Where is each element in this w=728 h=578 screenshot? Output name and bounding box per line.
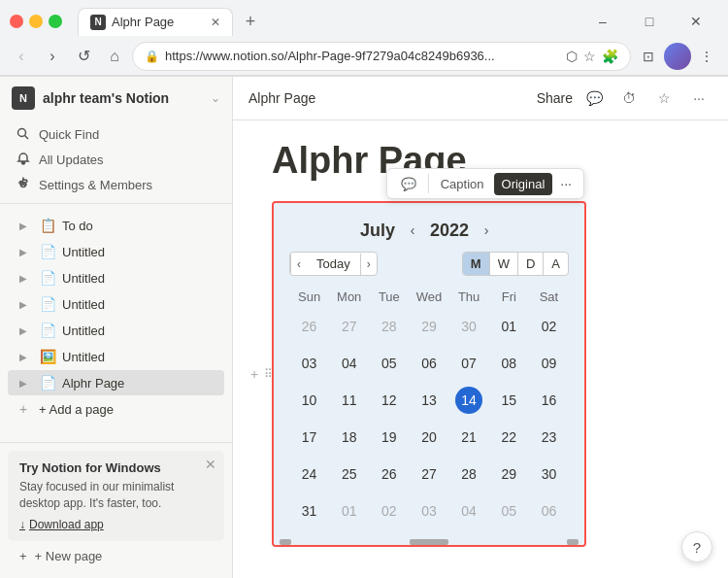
comment-header-icon[interactable]: 💬 bbox=[580, 85, 608, 112]
table-row[interactable]: 17 bbox=[289, 419, 329, 456]
table-row[interactable]: 27 bbox=[409, 456, 448, 493]
table-row[interactable]: 01 bbox=[489, 308, 529, 345]
sidebar-item-todo[interactable]: ▶ 📋 To do bbox=[8, 213, 224, 238]
back-btn[interactable]: ‹ bbox=[8, 43, 35, 70]
table-row[interactable]: 15 bbox=[489, 382, 529, 419]
table-row[interactable]: 10 bbox=[289, 382, 329, 419]
table-row[interactable]: 20 bbox=[409, 419, 448, 456]
table-row[interactable]: 02 bbox=[369, 493, 409, 529]
promo-close-btn[interactable]: ✕ bbox=[205, 457, 216, 472]
settings-btn[interactable]: Settings & Members bbox=[8, 172, 224, 197]
cal-original-btn[interactable]: Original bbox=[494, 173, 553, 195]
sidebar-item-untitled1[interactable]: ▶ 📄 Untitled bbox=[8, 239, 224, 264]
window-maximize-btn[interactable]: □ bbox=[627, 6, 672, 37]
new-tab-btn[interactable]: + bbox=[237, 9, 264, 36]
table-row[interactable]: 26 bbox=[289, 308, 329, 345]
cal-view-day-btn[interactable]: D bbox=[518, 253, 544, 275]
address-bar[interactable]: 🔒 https://www.notion.so/Alphr-Page-9f727… bbox=[132, 42, 631, 71]
table-row[interactable]: 28 bbox=[369, 308, 409, 345]
untitled3-icon: 📄 bbox=[39, 296, 56, 312]
table-row[interactable]: 22 bbox=[489, 419, 529, 456]
history-icon[interactable]: ⏱ bbox=[615, 85, 643, 112]
table-row[interactable]: 06 bbox=[409, 345, 448, 382]
reload-btn[interactable]: ↺ bbox=[70, 43, 97, 70]
table-row[interactable]: 28 bbox=[449, 456, 489, 493]
table-row[interactable]: 29 bbox=[409, 308, 448, 345]
star-icon[interactable]: ☆ bbox=[650, 85, 678, 112]
help-btn[interactable]: ? bbox=[681, 531, 712, 562]
table-row[interactable]: 07 bbox=[449, 345, 489, 382]
table-row[interactable]: 29 bbox=[489, 456, 529, 493]
home-btn[interactable]: ⌂ bbox=[101, 43, 128, 70]
table-row[interactable]: 12 bbox=[369, 382, 409, 419]
sidebar-item-alphr[interactable]: ▶ 📄 Alphr Page bbox=[8, 370, 224, 395]
table-row[interactable]: 01 bbox=[329, 493, 369, 529]
browser-tab[interactable]: N Alphr Page ✕ bbox=[78, 8, 233, 36]
table-row[interactable]: 02 bbox=[529, 308, 569, 345]
table-row[interactable]: 14 bbox=[449, 382, 489, 419]
table-row[interactable]: 03 bbox=[409, 493, 448, 529]
forward-btn[interactable]: › bbox=[39, 43, 66, 70]
resize-handle-center[interactable] bbox=[410, 539, 448, 545]
promo-download-link[interactable]: ↓ Download app bbox=[19, 518, 213, 531]
table-row[interactable]: 06 bbox=[529, 493, 569, 529]
sidebar-item-add-page[interactable]: + + Add a page bbox=[8, 396, 224, 422]
table-row[interactable]: 30 bbox=[529, 456, 569, 493]
sidebar-item-untitled2[interactable]: ▶ 📄 Untitled bbox=[8, 265, 224, 290]
cal-year-wrapper: 2022 bbox=[430, 221, 469, 241]
minimize-window-btn[interactable] bbox=[29, 15, 43, 28]
sidebar-item-untitled5[interactable]: ▶ 🖼️ Untitled bbox=[8, 344, 224, 369]
table-row[interactable]: 23 bbox=[529, 419, 569, 456]
cal-next-btn[interactable]: › bbox=[360, 254, 377, 275]
new-page-btn[interactable]: + + New page bbox=[8, 541, 224, 571]
cal-view-agenda-btn[interactable]: A bbox=[544, 253, 568, 275]
tab-close-btn[interactable]: ✕ bbox=[211, 16, 220, 29]
table-row[interactable]: 30 bbox=[449, 308, 489, 345]
cal-view-week-btn[interactable]: W bbox=[490, 253, 518, 275]
table-row[interactable]: 19 bbox=[369, 419, 409, 456]
cal-prev-btn[interactable]: ‹ bbox=[290, 254, 307, 275]
table-row[interactable]: 04 bbox=[449, 493, 489, 529]
sidebar-item-untitled3[interactable]: ▶ 📄 Untitled bbox=[8, 291, 224, 317]
maximize-window-btn[interactable] bbox=[49, 15, 62, 28]
table-row[interactable]: 31 bbox=[289, 493, 329, 529]
table-row[interactable]: 09 bbox=[529, 345, 569, 382]
close-window-btn[interactable] bbox=[10, 15, 23, 28]
table-row[interactable]: 26 bbox=[369, 456, 409, 493]
cast-btn[interactable]: ⊡ bbox=[635, 43, 662, 70]
window-minimize-btn[interactable]: – bbox=[580, 6, 625, 37]
table-row[interactable]: 11 bbox=[329, 382, 369, 419]
table-row[interactable]: 27 bbox=[329, 308, 369, 345]
resize-handle-right[interactable] bbox=[567, 539, 579, 545]
add-page-icon: + bbox=[19, 401, 33, 417]
more-header-btn[interactable]: ··· bbox=[685, 85, 712, 112]
cal-toolbar-more-btn[interactable]: ··· bbox=[554, 172, 578, 195]
table-row[interactable]: 25 bbox=[329, 456, 369, 493]
table-row[interactable]: 05 bbox=[369, 345, 409, 382]
table-row[interactable]: 21 bbox=[449, 419, 489, 456]
cal-view-month-btn[interactable]: M bbox=[463, 253, 490, 275]
cal-comment-btn[interactable]: 💬 bbox=[393, 173, 424, 195]
profile-btn[interactable] bbox=[664, 43, 691, 70]
table-row[interactable]: 18 bbox=[329, 419, 369, 456]
window-close-btn[interactable]: ✕ bbox=[674, 6, 718, 37]
resize-handle-left[interactable] bbox=[280, 539, 291, 545]
cal-next-month-btn[interactable]: › bbox=[475, 219, 498, 242]
table-row[interactable]: 16 bbox=[529, 382, 569, 419]
table-row[interactable]: 08 bbox=[489, 345, 529, 382]
table-row[interactable]: 24 bbox=[289, 456, 329, 493]
sidebar-item-untitled4[interactable]: ▶ 📄 Untitled bbox=[8, 318, 224, 343]
table-row[interactable]: 13 bbox=[409, 382, 448, 419]
sidebar-item-untitled3-label: Untitled bbox=[62, 297, 213, 312]
all-updates-btn[interactable]: All Updates bbox=[8, 147, 224, 172]
block-add-icon[interactable]: + bbox=[250, 366, 258, 382]
cal-prev-month-btn[interactable]: ‹ bbox=[401, 219, 424, 242]
cal-caption-btn[interactable]: Caption bbox=[433, 173, 492, 195]
table-row[interactable]: 04 bbox=[329, 345, 369, 382]
table-row[interactable]: 05 bbox=[489, 493, 529, 529]
share-btn[interactable]: Share bbox=[537, 90, 573, 106]
quick-find-btn[interactable]: Quick Find bbox=[8, 121, 224, 147]
cal-today-btn[interactable]: Today bbox=[307, 253, 360, 275]
table-row[interactable]: 03 bbox=[289, 345, 329, 382]
browser-more-btn[interactable]: ⋮ bbox=[693, 43, 720, 70]
